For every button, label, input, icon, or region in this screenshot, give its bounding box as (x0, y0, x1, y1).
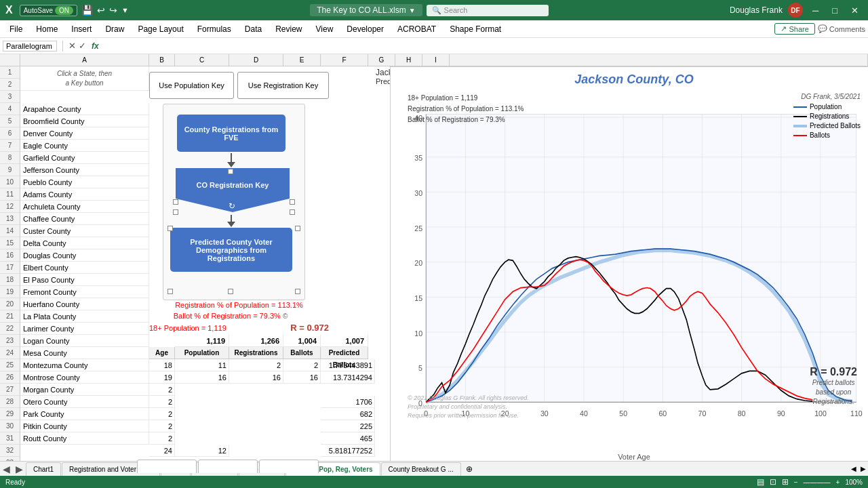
col-header-c[interactable]: C (175, 54, 229, 66)
status-view-page-break[interactable]: ⊞ (782, 477, 789, 487)
undo-icon[interactable]: ↩ (97, 5, 105, 16)
customize-icon[interactable]: ▼ (121, 6, 129, 14)
col-header-b[interactable]: B (149, 54, 175, 66)
menu-draw[interactable]: Draw (98, 23, 131, 35)
tab-more-icon[interactable]: ⊕ (462, 464, 477, 474)
col-header-h[interactable]: H (395, 54, 422, 66)
status-zoom-level: 100% (845, 479, 863, 486)
list-item[interactable]: Huerfano County (20, 298, 149, 310)
status-zoom-out[interactable]: − (794, 479, 798, 486)
menu-developer[interactable]: Developer (340, 23, 391, 35)
list-item[interactable]: Mesa County (20, 347, 149, 359)
status-zoom-in[interactable]: + (836, 479, 840, 486)
list-item[interactable]: Adams County (20, 188, 149, 201)
list-item[interactable]: Archuleta County (20, 201, 149, 213)
list-item[interactable]: Elbert County (20, 262, 149, 274)
row-num-header (0, 54, 20, 66)
title-dropdown-icon[interactable]: ▼ (409, 7, 416, 14)
col-header-rest[interactable] (450, 54, 868, 66)
row-num-19: 19 (0, 286, 20, 298)
list-item[interactable]: Logan County (20, 335, 149, 347)
list-item[interactable]: Denver County (20, 127, 149, 140)
redo-icon[interactable]: ↪ (109, 5, 117, 16)
col-header-f[interactable]: F (321, 54, 368, 66)
list-item[interactable]: Park County (20, 408, 149, 420)
tab-chart1[interactable]: Chart1 (26, 462, 61, 476)
comments-button[interactable]: 💬 Comments (818, 23, 865, 35)
data-cell: 16 (175, 371, 229, 384)
tab-nav-left[interactable]: ◀ (0, 464, 13, 474)
menu-home[interactable]: Home (29, 23, 64, 35)
menu-page-layout[interactable]: Page Layout (131, 23, 190, 35)
col-header-d[interactable]: D (229, 54, 283, 66)
list-item[interactable]: Pitkin County (20, 420, 149, 432)
svg-text:40: 40 (580, 409, 588, 418)
list-item[interactable]: Arapahoe County (20, 103, 149, 115)
tab-chart1-label: Chart1 (33, 466, 54, 473)
list-item[interactable]: Montrose County (20, 371, 149, 384)
menu-review[interactable]: Review (269, 23, 309, 35)
chart-title: Jackson County, CO (391, 67, 868, 89)
status-view-page[interactable]: ⊡ (770, 477, 776, 487)
list-item[interactable]: Larimer County (20, 323, 149, 335)
list-item[interactable]: Routt County (20, 432, 149, 445)
svg-text:30: 30 (540, 409, 549, 418)
user-avatar[interactable]: DF (788, 3, 803, 18)
tab-county-breakout[interactable]: County Breakout G ... (381, 462, 461, 476)
menu-shape-format[interactable]: Shape Format (443, 23, 508, 35)
row-num-3: 3 (0, 91, 20, 103)
list-item[interactable]: La Plata County (20, 310, 149, 323)
stop-button[interactable]: STOP (259, 460, 319, 473)
copyright-symbol: © (283, 312, 288, 320)
list-item[interactable]: Fremont County (20, 286, 149, 298)
formula-icons: ✕ ✓ (68, 41, 86, 51)
col-header-a[interactable]: A (20, 54, 149, 66)
status-view-normal[interactable]: ▤ (757, 477, 764, 487)
scroll-right-icon[interactable]: ▶ (859, 465, 868, 472)
use-population-key-button[interactable]: Use Population Key (149, 72, 234, 99)
minimize-button[interactable]: ─ (808, 4, 823, 17)
list-item[interactable]: Douglas County (20, 249, 149, 262)
tab-nav-right[interactable]: ▶ (13, 464, 26, 474)
list-item[interactable]: El Paso County (20, 274, 149, 286)
list-item[interactable]: Broomfield County (20, 115, 149, 127)
cell-reference-input[interactable] (3, 41, 57, 52)
list-item[interactable]: Pueblo County (20, 176, 149, 188)
menu-formulas[interactable]: Formulas (191, 23, 238, 35)
flow-shape-predicted-label: Predicted County Voter Demographics from… (177, 238, 285, 262)
col-header-i[interactable]: I (422, 54, 450, 66)
restore-button[interactable]: □ (828, 4, 842, 17)
autosave-toggle[interactable]: AutoSave ON (20, 5, 77, 16)
list-item[interactable]: Jefferson County (20, 164, 149, 176)
handle-bottom-r (295, 289, 300, 294)
formula-input[interactable] (104, 41, 865, 51)
list-item[interactable]: Garfield County (20, 152, 149, 164)
col-header-g[interactable]: G (368, 54, 395, 66)
show-all-button[interactable]: Show All (198, 460, 258, 473)
list-item[interactable]: Chaffee County (20, 213, 149, 225)
save-icon[interactable]: 💾 (81, 5, 93, 16)
list-item[interactable]: Otero County (20, 396, 149, 408)
stat-pop: 18+ Population = 1,119 (149, 323, 226, 333)
menu-view[interactable]: View (309, 23, 340, 35)
search-box[interactable]: 🔍 Search (427, 5, 549, 16)
share-button[interactable]: ↗ Share (774, 23, 814, 35)
list-item[interactable]: Montezuma County (20, 359, 149, 371)
handle-right (290, 199, 295, 205)
col-header-e[interactable]: E (283, 54, 321, 66)
menu-acrobat[interactable]: ACROBAT (391, 23, 443, 35)
handle-bottom-c (228, 289, 233, 294)
list-item[interactable]: Eagle County (20, 140, 149, 152)
list-item[interactable]: Delta County (20, 237, 149, 249)
menu-file[interactable]: File (3, 23, 29, 35)
next-county-button[interactable]: Next County (137, 460, 197, 473)
close-button[interactable]: ✕ (847, 4, 863, 17)
confirm-formula-icon[interactable]: ✓ (79, 41, 86, 51)
menu-insert[interactable]: Insert (64, 23, 98, 35)
use-registration-key-button[interactable]: Use Registration Key (237, 72, 329, 99)
menu-data[interactable]: Data (238, 23, 269, 35)
cancel-formula-icon[interactable]: ✕ (68, 41, 76, 51)
scroll-left-icon[interactable]: ◀ (849, 465, 859, 472)
list-item[interactable]: Custer County (20, 225, 149, 237)
list-item[interactable]: Morgan County (20, 384, 149, 396)
